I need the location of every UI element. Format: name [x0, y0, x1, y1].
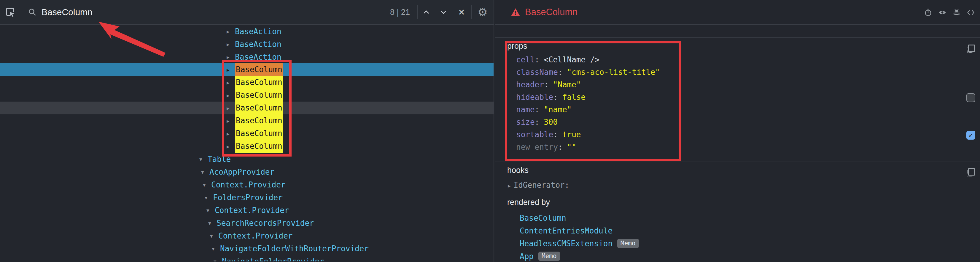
prop-checkbox-checked[interactable]: ✓: [966, 131, 975, 140]
prop-key: cell: [516, 55, 539, 64]
tree-row[interactable]: ▾Context.Provider: [0, 204, 493, 217]
owner-name: BaseColumn: [520, 214, 566, 222]
warning-icon: [511, 8, 520, 17]
tree-row-hovered[interactable]: ▸BaseColumn: [0, 102, 493, 114]
tree-row[interactable]: ▸BaseColumn: [0, 89, 493, 102]
prop-value: 300: [544, 118, 558, 126]
prop-row[interactable]: sortabletrue✓: [495, 128, 980, 141]
component-tree: ▸BaseAction ▸BaseAction ▸BaseAction ▸Bas…: [0, 25, 493, 261]
clear-search-button[interactable]: ✕: [452, 8, 471, 17]
prop-value: "": [567, 142, 576, 152]
prop-row[interactable]: cell<CellName />: [495, 53, 980, 66]
prop-key: sortable: [516, 130, 558, 139]
component-name: Context.Provider: [215, 206, 289, 215]
hook-row[interactable]: ▸IdGenerator: [495, 179, 980, 191]
expand-triangle-icon[interactable]: ▾: [212, 245, 220, 252]
tree-row[interactable]: ▾FoldersProvider: [0, 191, 493, 204]
component-name: NavigateFolderWithRouterProvider: [220, 244, 369, 253]
tree-row[interactable]: ▾NavigateFolderWithRouterProvider: [0, 242, 493, 255]
hooks-section-label: hooks: [495, 166, 980, 176]
collapse-triangle-icon[interactable]: ▸: [227, 118, 235, 124]
rendered-by-item[interactable]: AppMemo: [495, 250, 980, 262]
collapse-triangle-icon[interactable]: ▸: [227, 79, 235, 86]
tree-row[interactable]: ▸BaseColumn: [0, 114, 493, 127]
prop-value: false: [562, 93, 585, 102]
prop-row-new-entry[interactable]: new entry"": [495, 141, 980, 153]
tree-row-selected[interactable]: ▸BaseColumn: [0, 63, 493, 76]
rendered-by-item[interactable]: HeadlessCMSExtensionMemo: [495, 237, 980, 250]
expand-triangle-icon[interactable]: ▾: [203, 182, 211, 188]
expand-triangle-icon[interactable]: ▾: [207, 207, 215, 214]
component-name: BaseAction: [235, 53, 282, 61]
prop-key: hideable: [516, 93, 558, 102]
expand-triangle-icon[interactable]: ▾: [205, 194, 213, 201]
collapse-triangle-icon[interactable]: ▸: [227, 105, 235, 112]
inspected-element-header: BaseColumn: [495, 0, 980, 25]
inspect-dom-eye-icon[interactable]: [939, 9, 946, 16]
collapse-triangle-icon[interactable]: ▸: [227, 92, 235, 99]
rendered-by-item[interactable]: ContentEntriesModule: [495, 224, 980, 237]
next-result-button[interactable]: [435, 8, 452, 16]
search-input[interactable]: [41, 7, 309, 17]
collapse-triangle-icon[interactable]: ▸: [227, 67, 235, 73]
copy-hooks-icon[interactable]: [967, 168, 975, 176]
prop-row[interactable]: size300: [495, 116, 980, 128]
search-match-current: BaseColumn: [235, 63, 283, 76]
rendered-by-label: rendered by: [495, 198, 980, 208]
view-source-code-icon[interactable]: [967, 9, 975, 16]
expand-triangle-icon[interactable]: ▾: [201, 169, 209, 175]
collapse-triangle-icon[interactable]: ▸: [227, 41, 235, 48]
tree-row[interactable]: ▾SearchRecordsProvider: [0, 217, 493, 229]
collapse-triangle-icon[interactable]: ▸: [227, 143, 235, 150]
tree-row[interactable]: ▾AcoAppProvider: [0, 165, 493, 178]
settings-gear-icon[interactable]: ⚙: [472, 0, 493, 25]
collapse-triangle-icon[interactable]: ▸: [227, 130, 235, 137]
rendered-by-section: rendered by BaseColumn ContentEntriesMod…: [495, 194, 980, 262]
hook-name: IdGenerator: [514, 181, 570, 190]
search-field[interactable]: [21, 7, 390, 17]
tree-row[interactable]: ▾Table: [0, 153, 493, 165]
prop-key: new entry: [516, 142, 563, 152]
log-data-bug-icon[interactable]: [953, 8, 961, 17]
search-match: BaseColumn: [235, 114, 283, 127]
props-section: props cell<CellName /> className"cms-aco…: [495, 38, 980, 162]
copy-props-icon[interactable]: [967, 45, 975, 53]
component-name: FoldersProvider: [213, 193, 283, 202]
tree-row[interactable]: ▸BaseColumn: [0, 127, 493, 140]
expand-triangle-icon[interactable]: ▾: [213, 258, 222, 262]
expand-triangle-icon[interactable]: ▾: [208, 220, 216, 226]
search-match: BaseColumn: [235, 102, 283, 114]
inspected-component-title: BaseColumn: [525, 7, 578, 18]
prop-checkbox-unchecked[interactable]: [966, 93, 975, 102]
rendered-by-item[interactable]: BaseColumn: [495, 211, 980, 224]
tree-row[interactable]: ▾NavigateFolderProvider: [0, 255, 493, 261]
tree-row[interactable]: ▾Context.Provider: [0, 178, 493, 191]
prop-row[interactable]: header"Name": [495, 78, 980, 91]
inspect-element-icon[interactable]: [0, 7, 21, 18]
expand-triangle-icon[interactable]: ▾: [199, 156, 208, 163]
collapse-triangle-icon[interactable]: ▸: [508, 182, 511, 189]
previous-result-button[interactable]: [418, 8, 435, 16]
collapse-triangle-icon[interactable]: ▸: [227, 54, 235, 60]
collapse-triangle-icon[interactable]: ▸: [227, 28, 235, 35]
prop-value: "cms-aco-list-title": [567, 68, 660, 77]
prop-row[interactable]: name"name": [495, 103, 980, 116]
prop-key: className: [516, 68, 563, 77]
tree-row[interactable]: ▸BaseColumn: [0, 76, 493, 89]
components-tree-panel: 8 | 21 ✕ ⚙ ▸BaseAction ▸BaseAction ▸Base…: [0, 0, 494, 262]
search-icon: [28, 8, 37, 17]
prop-row[interactable]: hideablefalse: [495, 91, 980, 103]
component-name: BaseAction: [235, 40, 282, 49]
prop-row[interactable]: className"cms-aco-list-title": [495, 66, 980, 78]
tree-row[interactable]: ▸BaseAction: [0, 25, 493, 38]
tree-row[interactable]: ▸BaseAction: [0, 38, 493, 51]
expand-triangle-icon[interactable]: ▾: [210, 233, 218, 239]
tree-row[interactable]: ▾Context.Provider: [0, 229, 493, 242]
props-section-label: props: [495, 42, 980, 52]
prop-value: <CellName />: [544, 55, 600, 64]
suspend-stopwatch-icon[interactable]: [924, 8, 932, 17]
tree-row[interactable]: ▸BaseColumn: [0, 140, 493, 153]
prop-key: size: [516, 118, 539, 126]
component-name: AcoAppProvider: [209, 168, 274, 176]
tree-row[interactable]: ▸BaseAction: [0, 51, 493, 63]
